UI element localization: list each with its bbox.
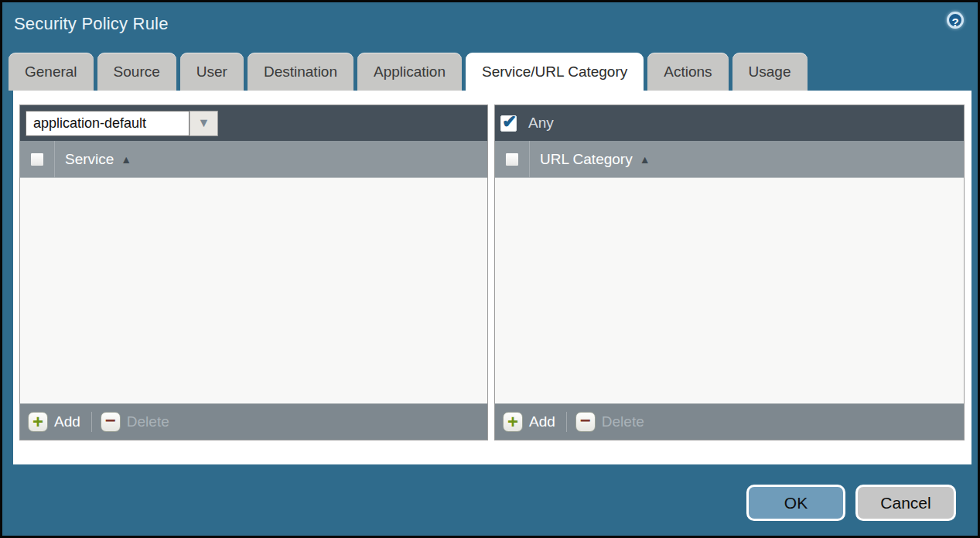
tab-source[interactable]: Source [97, 53, 176, 91]
tab-content-area: ▼ Service ▲ + Add − Delete [13, 91, 971, 464]
url-category-select-all-cell [495, 141, 530, 177]
service-delete-button[interactable]: − Delete [101, 412, 169, 432]
url-category-footer: + Add − Delete [495, 403, 964, 440]
delete-icon: − [101, 412, 121, 432]
service-panel: ▼ Service ▲ + Add − Delete [19, 105, 488, 440]
sort-ascending-icon: ▲ [640, 153, 650, 166]
service-table-header: Service ▲ [20, 141, 487, 178]
tab-user[interactable]: User [180, 53, 244, 91]
service-column-header[interactable]: Service [65, 151, 114, 168]
chevron-down-icon: ▼ [198, 117, 210, 129]
url-category-list-body [495, 178, 964, 403]
service-toolbar: ▼ [20, 105, 487, 141]
delete-icon: − [575, 412, 596, 432]
tab-bar: General Source User Destination Applicat… [9, 53, 808, 93]
service-type-dropdown-button[interactable]: ▼ [190, 111, 218, 136]
add-icon: + [28, 412, 48, 432]
tab-usage[interactable]: Usage [732, 53, 808, 91]
url-category-toolbar: ✔ Any [495, 105, 964, 141]
any-checkbox[interactable]: ✔ [500, 115, 517, 132]
checkmark-icon: ✔ [502, 111, 517, 132]
url-category-table-header: URL Category ▲ [495, 141, 964, 178]
add-icon: + [503, 412, 523, 432]
url-category-select-all-checkbox[interactable] [505, 152, 519, 166]
url-category-add-button[interactable]: + Add [503, 412, 555, 432]
tab-service-url-category[interactable]: Service/URL Category [466, 53, 644, 93]
sort-ascending-icon: ▲ [121, 153, 131, 166]
tab-general[interactable]: General [9, 53, 94, 91]
tab-application[interactable]: Application [357, 53, 462, 91]
cancel-button[interactable]: Cancel [855, 485, 956, 521]
service-add-button[interactable]: + Add [28, 412, 80, 432]
dialog-title: Security Policy Rule [14, 14, 169, 34]
security-policy-rule-dialog: Security Policy Rule ? General Source Us… [0, 0, 980, 538]
help-icon[interactable]: ? [947, 12, 964, 29]
any-label: Any [528, 115, 554, 132]
service-select-all-checkbox[interactable] [30, 152, 44, 166]
service-footer: + Add − Delete [20, 403, 487, 440]
footer-divider [566, 412, 567, 432]
url-category-delete-button[interactable]: − Delete [575, 412, 644, 432]
ok-button[interactable]: OK [746, 485, 845, 521]
footer-divider [91, 412, 92, 432]
url-category-column-header[interactable]: URL Category [540, 151, 633, 168]
service-type-dropdown-input[interactable] [26, 111, 190, 136]
service-select-all-cell [20, 141, 55, 177]
url-category-panel: ✔ Any URL Category ▲ + Add − [494, 105, 965, 440]
tab-actions[interactable]: Actions [647, 53, 728, 91]
tab-destination[interactable]: Destination [248, 53, 353, 91]
service-list-body [20, 178, 487, 403]
